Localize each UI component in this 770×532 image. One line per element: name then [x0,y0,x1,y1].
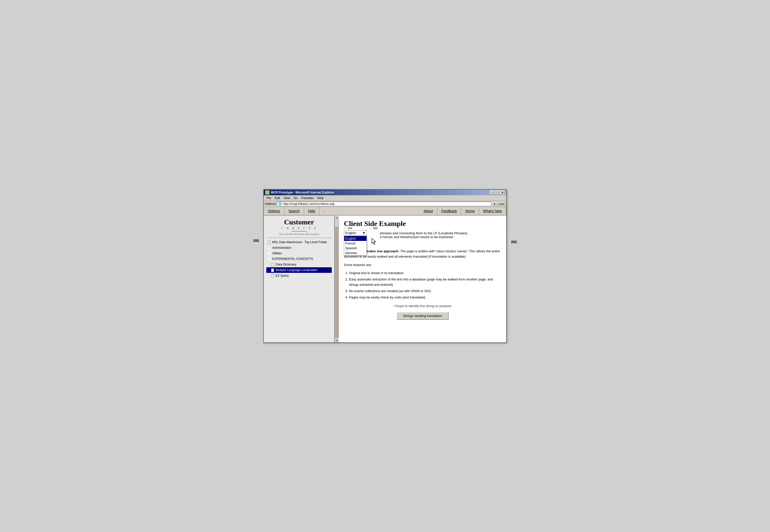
language-option-french[interactable]: French [344,241,366,246]
nav-help[interactable]: Help [304,207,320,215]
nav-home[interactable]: Home [461,207,479,215]
annotation-300: ← 300 [369,227,377,230]
scroll-track [335,220,339,338]
menu-help[interactable]: Help [316,196,325,200]
feature-3: No events collections are created (as wi… [349,289,501,294]
dropdown-arrow-icon: ▼ [362,231,365,235]
minimize-button[interactable]: ─ [490,190,495,194]
language-option-spanish[interactable]: Spanish [344,246,366,251]
menu-go[interactable]: Go [292,196,299,200]
links-button[interactable]: Links [497,202,505,206]
address-label: Address [265,202,276,206]
scroll-down-button[interactable]: ▼ [335,338,339,342]
label-202: 202 [511,240,517,244]
desc-issues: e human and infrastructure issues to be … [380,235,467,239]
sidebar: Customer r e p o r t s Your vendor ID ow… [264,216,335,342]
language-option-english[interactable]: English [344,236,366,241]
tree-item-msl[interactable]: 📋 MSL Data Warehouse - Top Level Folder [266,239,332,245]
menu-view[interactable]: View [282,196,292,200]
sidebar-subtitle: r e p o r t s [266,226,332,230]
language-dropdown: English French Spanish German [344,236,367,256]
sidebar-divider [266,238,332,238]
nav-left: Options Search Help [264,207,320,215]
nav-options[interactable]: Options [264,207,284,215]
sidebar-tagline: Your vendor ID owns this section [266,233,332,236]
cursor-icon [371,238,377,245]
address-go-button[interactable]: ▼ [492,202,497,206]
language-option-german[interactable]: German [344,251,366,255]
ie-titlebar-left: 🌐 MCR Prototype - Microsoft Internet Exp… [265,190,335,194]
forgotten-string: I forgot to identify this string on purp… [344,304,501,308]
scroll-up-button[interactable]: ▲ [335,216,339,220]
tree-icon-mll: 📋 [270,268,275,272]
sidebar-subtitle-text: r e p o r t s [281,226,317,230]
tree-item-experimental[interactable]: 📄 EXPERIMENTAL CONCEPTS [266,256,332,262]
nav-bar: Options Search Help | About Feedback Hom… [264,207,506,216]
menu-file[interactable]: File [265,196,273,200]
tree-label-admin: Administration [272,246,291,250]
ie-titlebar: 🌐 MCR Prototype - Microsoft Internet Exp… [264,190,506,195]
tree-item-utilities[interactable]: 📄 Utilities [266,251,332,256]
tree-item-admin[interactable]: 📄 Administration [266,245,332,251]
language-current: English [345,231,356,235]
tree-label-utilities: Utilities [272,252,282,255]
content-title: Client Side Example [344,220,501,228]
ie-addressbar-right: ▼ Links [492,202,505,206]
tree-item-data-dict[interactable]: 📋 Data Dictionary [266,262,332,267]
language-select[interactable]: English ▼ [344,230,367,236]
tree-label-mll: Multiple Language Localization [276,268,318,272]
ie-app-icon: 🌐 [265,190,269,194]
sidebar-title: Customer [266,218,332,226]
ie-window-title: MCR Prototype - Microsoft Internet Explo… [271,191,335,194]
sidebar-scrollbar[interactable]: ▲ ▼ [335,216,339,342]
tree-item-mll[interactable]: 📋 Multiple Language Localization [266,267,332,273]
ie-menubar: File Edit View Go Favorites Help [264,195,506,201]
nav-search[interactable]: Search [284,207,304,215]
menu-favorites[interactable]: Favorites [300,196,315,200]
tree-icon-ezquery: 📋 [270,274,275,278]
tree-label-ezquery: EZ Query [276,274,289,277]
ie-window: 🌐 MCR Prototype - Microsoft Internet Exp… [263,189,507,343]
main-area: Customer r e p o r t s Your vendor ID ow… [264,216,506,342]
tree-label-msl: MSL Data Warehouse - Top Level Folder [272,240,327,244]
features-label: Some features are: [344,262,501,268]
label-200: 200 [253,239,259,243]
tree-item-ezquery[interactable]: 📋 EZ Query [266,273,332,278]
nav-about[interactable]: About [419,207,437,215]
tree-icon-admin: 📄 [267,246,271,250]
nav-feedback[interactable]: Feedback [437,207,461,215]
feature-4: Pages may be easily check by code (and t… [349,295,501,300]
feature-1: Original text is shown if no translation [349,271,501,276]
sidebar-header: Customer r e p o r t s Your vendor ID ow… [266,218,332,236]
feature-2: Easy automatic extraction of the text in… [349,277,501,288]
address-url: http://corgi.folkarts.com/mcr/demo.asp [283,202,335,206]
tree-icon-experimental: 📄 [267,257,271,261]
scroll-thumb[interactable] [335,220,339,227]
tree-icon-data-dict: 📋 [270,262,275,267]
tree-icon-msl: 📋 [267,240,271,244]
ie-titlebar-buttons: ─ □ ✕ [490,190,505,194]
address-input[interactable]: 🌐 http://corgi.folkarts.com/mcr/demo.asp [277,202,491,206]
tree-label-data-dict: Data Dictionary [276,263,296,266]
strings-needing-translation-button[interactable]: Strings needing translation [396,312,449,320]
annotation-204: ← 204 [344,227,352,230]
menu-edit[interactable]: Edit [273,196,282,200]
desc-phrases: phrases and connecting them to the LP (L… [380,231,467,235]
nav-whats-new[interactable]: What's New [479,207,506,215]
tree-icon-utilities: 📄 [267,251,271,255]
content-intro: This page illustrates one approach. The … [344,249,501,259]
maximize-button[interactable]: □ [495,190,500,194]
ie-addressbar: Address 🌐 http://corgi.folkarts.com/mcr/… [264,201,506,207]
nav-right: About Feedback Home What's New [419,207,506,215]
close-button[interactable]: ✕ [500,190,505,194]
features-list: Original text is shown if no translation… [349,271,501,300]
cursor-arrow [371,238,377,246]
language-description: phrases and connecting them to the LP (L… [380,231,467,239]
tree-label-experimental: EXPERIMENTAL CONCEPTS [272,257,313,261]
content-area: Client Side Example ← 204 ← 300 English … [339,216,506,342]
translation-button-wrapper: Strings needing translation [344,312,501,320]
address-icon: 🌐 [278,202,282,206]
language-select-wrapper: English ▼ English French Spanish German [344,230,367,236]
